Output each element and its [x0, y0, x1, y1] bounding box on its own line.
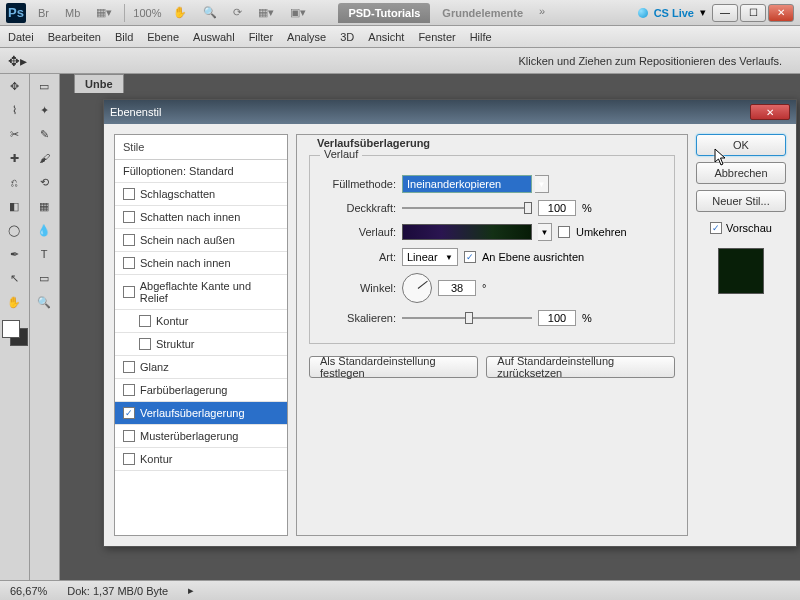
zoom-level[interactable]: 100% — [133, 7, 161, 19]
blending-options-row[interactable]: Fülloptionen: Standard — [115, 160, 287, 183]
zoom-tool-icon[interactable]: 🔍 — [30, 290, 58, 314]
menu-select[interactable]: Auswahl — [193, 31, 235, 43]
styles-header[interactable]: Stile — [115, 135, 287, 160]
arrange-docs-icon[interactable]: ▦▾ — [254, 4, 278, 21]
ok-button[interactable]: OK — [696, 134, 786, 156]
opacity-slider[interactable] — [402, 201, 532, 215]
move-tool-icon[interactable]: ✥▸ — [8, 53, 27, 69]
style-row[interactable]: Schein nach außen — [115, 229, 287, 252]
make-default-button[interactable]: Als Standardeinstellung festlegen — [309, 356, 478, 378]
menu-analysis[interactable]: Analyse — [287, 31, 326, 43]
minibridge-icon[interactable]: Mb — [61, 5, 84, 21]
workspace-tab-inactive[interactable]: Grundelemente — [432, 3, 533, 23]
brush-tool-icon[interactable]: 🖌 — [30, 146, 58, 170]
healing-tool-icon[interactable]: ✚ — [0, 146, 28, 170]
opacity-input[interactable] — [538, 200, 576, 216]
dodge-tool-icon[interactable]: ◯ — [0, 218, 28, 242]
hand-tool-icon[interactable]: ✋ — [0, 290, 28, 314]
status-doc-size[interactable]: Dok: 1,37 MB/0 Byte — [67, 585, 168, 597]
status-zoom[interactable]: 66,67% — [10, 585, 47, 597]
chevron-down-icon[interactable]: ▼ — [535, 175, 549, 193]
rotate-view-icon[interactable]: ⟳ — [229, 4, 246, 21]
menu-filter[interactable]: Filter — [249, 31, 273, 43]
more-tabs-icon[interactable]: » — [535, 3, 549, 23]
menu-edit[interactable]: Bearbeiten — [48, 31, 101, 43]
blur-tool-icon[interactable]: 💧 — [30, 218, 58, 242]
align-checkbox[interactable]: ✓ — [464, 251, 476, 263]
type-tool-icon[interactable]: T — [30, 242, 58, 266]
style-checkbox[interactable] — [123, 211, 135, 223]
chevron-down-icon[interactable]: ▼ — [445, 253, 453, 262]
style-row[interactable]: Schein nach innen — [115, 252, 287, 275]
style-row[interactable]: Kontur — [115, 448, 287, 471]
style-checkbox[interactable] — [123, 188, 135, 200]
maximize-button[interactable]: ☐ — [740, 4, 766, 22]
gradient-tool-icon[interactable]: ▦ — [30, 194, 58, 218]
menu-window[interactable]: Fenster — [418, 31, 455, 43]
reset-default-button[interactable]: Auf Standardeinstellung zurücksetzen — [486, 356, 675, 378]
menu-help[interactable]: Hilfe — [470, 31, 492, 43]
dialog-titlebar[interactable]: Ebenenstil ✕ — [104, 100, 796, 124]
shape-tool-icon[interactable]: ▭ — [30, 266, 58, 290]
stamp-tool-icon[interactable]: ⎌ — [0, 170, 28, 194]
menu-3d[interactable]: 3D — [340, 31, 354, 43]
color-swatches[interactable] — [2, 320, 28, 346]
style-checkbox[interactable] — [139, 315, 151, 327]
minimize-button[interactable]: — — [712, 4, 738, 22]
style-row[interactable]: Kontur — [115, 310, 287, 333]
style-checkbox[interactable] — [139, 338, 151, 350]
reverse-checkbox[interactable] — [558, 226, 570, 238]
style-row[interactable]: Schatten nach innen — [115, 206, 287, 229]
style-row[interactable]: Farbüberlagerung — [115, 379, 287, 402]
preview-checkbox[interactable]: ✓ — [710, 222, 722, 234]
cancel-button[interactable]: Abbrechen — [696, 162, 786, 184]
style-row[interactable]: Musterüberlagerung — [115, 425, 287, 448]
style-row[interactable]: Abgeflachte Kante und Relief — [115, 275, 287, 310]
view-extras-icon[interactable]: ▦▾ — [92, 4, 116, 21]
style-checkbox[interactable] — [123, 361, 135, 373]
crop-tool-icon[interactable]: ✂ — [0, 122, 28, 146]
lasso-tool-icon[interactable]: ⌇ — [0, 98, 28, 122]
move-tool-icon[interactable]: ✥ — [0, 74, 28, 98]
cs-live-button[interactable]: CS Live — [654, 7, 694, 19]
menu-layer[interactable]: Ebene — [147, 31, 179, 43]
style-checkbox[interactable] — [123, 384, 135, 396]
document-tab[interactable]: Unbe — [74, 74, 124, 93]
menu-view[interactable]: Ansicht — [368, 31, 404, 43]
pen-tool-icon[interactable]: ✒ — [0, 242, 28, 266]
screen-mode-icon[interactable]: ▣▾ — [286, 4, 310, 21]
blend-mode-combo[interactable]: Ineinanderkopieren ▼ — [402, 175, 532, 193]
style-combo[interactable]: Linear ▼ — [402, 248, 458, 266]
cs-live-dropdown-icon[interactable]: ▾ — [700, 6, 706, 19]
dialog-close-button[interactable]: ✕ — [750, 104, 790, 120]
eyedropper-tool-icon[interactable]: ✎ — [30, 122, 58, 146]
style-checkbox[interactable]: ✓ — [123, 407, 135, 419]
style-row[interactable]: Struktur — [115, 333, 287, 356]
status-dropdown-icon[interactable]: ▸ — [188, 584, 194, 597]
history-brush-icon[interactable]: ⟲ — [30, 170, 58, 194]
close-button[interactable]: ✕ — [768, 4, 794, 22]
path-select-icon[interactable]: ↖ — [0, 266, 28, 290]
bridge-icon[interactable]: Br — [34, 5, 53, 21]
style-row[interactable]: Schlagschatten — [115, 183, 287, 206]
style-checkbox[interactable] — [123, 453, 135, 465]
gradient-preview[interactable] — [402, 224, 532, 240]
menu-file[interactable]: Datei — [8, 31, 34, 43]
style-checkbox[interactable] — [123, 430, 135, 442]
hand-tool-icon[interactable]: ✋ — [169, 4, 191, 21]
menu-image[interactable]: Bild — [115, 31, 133, 43]
scale-input[interactable] — [538, 310, 576, 326]
style-checkbox[interactable] — [123, 257, 135, 269]
style-row[interactable]: ✓Verlaufsüberlagerung — [115, 402, 287, 425]
marquee-tool-icon[interactable]: ▭ — [30, 74, 58, 98]
zoom-tool-icon[interactable]: 🔍 — [199, 4, 221, 21]
angle-input[interactable] — [438, 280, 476, 296]
angle-dial[interactable] — [402, 273, 432, 303]
style-checkbox[interactable] — [123, 286, 135, 298]
new-style-button[interactable]: Neuer Stil... — [696, 190, 786, 212]
foreground-swatch[interactable] — [2, 320, 20, 338]
wand-tool-icon[interactable]: ✦ — [30, 98, 58, 122]
chevron-down-icon[interactable]: ▼ — [538, 223, 552, 241]
style-checkbox[interactable] — [123, 234, 135, 246]
workspace-tab-active[interactable]: PSD-Tutorials — [338, 3, 430, 23]
